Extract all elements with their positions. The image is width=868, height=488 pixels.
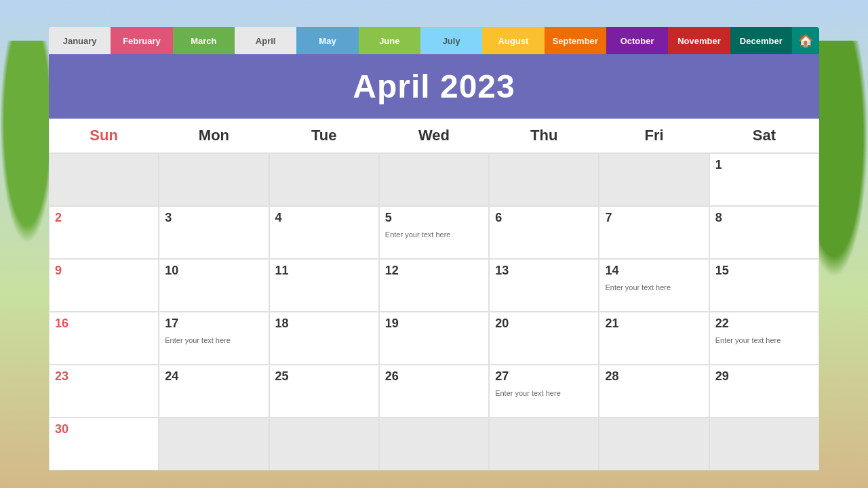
calendar-cell: 13: [489, 259, 599, 312]
cell-text-content[interactable]: Enter your text here: [715, 336, 781, 344]
calendar-title: April 2023: [49, 68, 819, 105]
tab-february[interactable]: February: [111, 27, 172, 54]
day-header-mon: Mon: [159, 119, 269, 152]
cell-date-number: 9: [55, 264, 153, 278]
calendar-cell: 19: [379, 312, 489, 365]
cell-date-number: 7: [605, 211, 703, 225]
calendar-cell: [599, 418, 709, 470]
calendar-cell: 23: [49, 365, 159, 418]
calendar-cell: 22Enter your text here: [709, 312, 819, 365]
cell-text-content[interactable]: Enter your text here: [495, 389, 561, 397]
day-header-sat: Sat: [709, 119, 819, 152]
calendar-cell: 29: [709, 365, 819, 418]
cell-date-number: 19: [385, 317, 483, 331]
month-tabs: JanuaryFebruaryMarchAprilMayJuneJulyAugu…: [49, 27, 819, 54]
calendar-cell: [269, 418, 379, 470]
calendar-cell: 7: [599, 206, 709, 259]
cell-date-number: 15: [715, 264, 813, 278]
calendar-cell: 17Enter your text here: [159, 312, 269, 365]
cell-date-number: 25: [275, 369, 373, 384]
cell-date-number: 16: [55, 317, 153, 331]
calendar-cell: [489, 418, 599, 470]
calendar-cell: 2: [49, 206, 159, 259]
day-header-fri: Fri: [599, 119, 709, 152]
day-header-sun: Sun: [49, 119, 159, 152]
calendar-wrapper: JanuaryFebruaryMarchAprilMayJuneJulyAugu…: [49, 27, 819, 461]
day-header-thu: Thu: [489, 119, 599, 152]
tab-october[interactable]: October: [606, 27, 668, 54]
tab-july[interactable]: July: [420, 27, 482, 54]
calendar-cell: [709, 418, 819, 470]
day-headers: SunMonTueWedThuFriSat: [49, 119, 819, 153]
cell-date-number: 17: [165, 317, 262, 331]
calendar-cell: 20: [489, 312, 599, 365]
calendar-cell: 11: [269, 259, 379, 312]
calendar-cell: 6: [489, 206, 599, 259]
cell-date-number: 4: [275, 211, 373, 225]
tab-september[interactable]: September: [545, 27, 606, 54]
cell-date-number: 3: [165, 211, 262, 225]
cell-date-number: 14: [605, 264, 703, 278]
calendar-cell: 18: [269, 312, 379, 365]
calendar-cell: 3: [159, 206, 269, 259]
day-header-wed: Wed: [379, 119, 489, 152]
calendar-cell: 16: [49, 312, 159, 365]
calendar-cell: 8: [709, 206, 819, 259]
tab-may[interactable]: May: [296, 27, 358, 54]
cell-date-number: 18: [275, 317, 373, 331]
calendar-cell: [269, 153, 379, 206]
tab-calendar-icon[interactable]: 🏠: [792, 27, 819, 54]
cell-date-number: 20: [495, 317, 593, 331]
cell-text-content[interactable]: Enter your text here: [165, 336, 231, 344]
calendar-cell: 30: [49, 418, 159, 470]
cell-date-number: 22: [715, 317, 813, 331]
cell-text-content[interactable]: Enter your text here: [605, 283, 671, 291]
cell-date-number: 10: [165, 264, 262, 278]
tab-january[interactable]: January: [49, 27, 111, 54]
calendar-header: April 2023: [49, 54, 819, 119]
calendar-cell: 9: [49, 259, 159, 312]
cell-date-number: 21: [605, 317, 703, 331]
calendar-cell: 1: [709, 153, 819, 206]
calendar-cell: 15: [709, 259, 819, 312]
calendar-cell: 14Enter your text here: [599, 259, 709, 312]
calendar-cell: 10: [159, 259, 269, 312]
cell-date-number: 2: [55, 211, 153, 225]
calendar-cell: 5Enter your text here: [379, 206, 489, 259]
cell-date-number: 28: [605, 369, 703, 384]
calendar-cell: 25: [269, 365, 379, 418]
calendar-cell: 12: [379, 259, 489, 312]
calendar-cell: [599, 153, 709, 206]
cell-date-number: 29: [715, 369, 813, 384]
tab-december[interactable]: December: [730, 27, 792, 54]
calendar-cell: [379, 418, 489, 470]
calendar-cell: 26: [379, 365, 489, 418]
cell-date-number: 8: [715, 211, 813, 225]
tab-june[interactable]: June: [359, 27, 420, 54]
calendar-cell: [49, 153, 159, 206]
calendar-cell: 28: [599, 365, 709, 418]
calendar-cell: [159, 418, 269, 470]
tab-april[interactable]: April: [235, 27, 296, 54]
calendar-body: April 2023 SunMonTueWedThuFriSat 12345En…: [49, 54, 819, 470]
calendar-cell: 21: [599, 312, 709, 365]
tab-november[interactable]: November: [668, 27, 730, 54]
calendar-cell: 27Enter your text here: [489, 365, 599, 418]
calendar-cell: [379, 153, 489, 206]
cell-date-number: 26: [385, 369, 483, 384]
bg-tree-left: [0, 41, 54, 244]
cell-date-number: 11: [275, 264, 373, 278]
cell-date-number: 24: [165, 369, 262, 384]
cell-date-number: 1: [715, 158, 813, 172]
calendar-cell: 24: [159, 365, 269, 418]
cell-date-number: 13: [495, 264, 593, 278]
tab-march[interactable]: March: [173, 27, 235, 54]
cell-date-number: 27: [495, 369, 593, 384]
cell-date-number: 6: [495, 211, 593, 225]
cell-text-content[interactable]: Enter your text here: [385, 230, 451, 239]
day-header-tue: Tue: [269, 119, 379, 152]
calendar-grid: 12345Enter your text here67891011121314E…: [49, 153, 819, 470]
tab-august[interactable]: August: [482, 27, 544, 54]
cell-date-number: 23: [55, 369, 153, 384]
calendar-cell: [159, 153, 269, 206]
